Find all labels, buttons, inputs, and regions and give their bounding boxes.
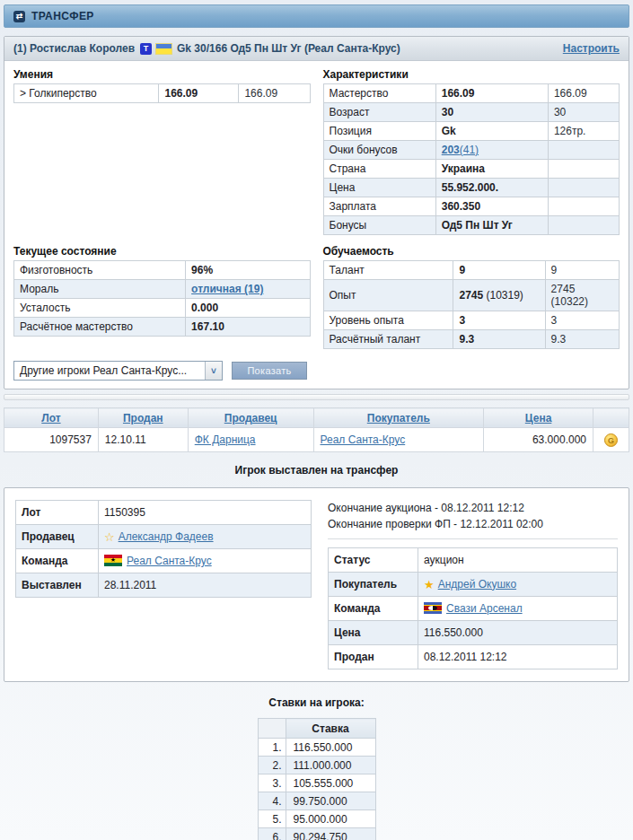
characteristic-label: Очки бонусов xyxy=(323,141,435,160)
players-select[interactable]: Другие игроки Реал Санта-Крус... ˅ xyxy=(13,361,223,381)
bids-value-header: Ставка xyxy=(286,719,375,739)
characteristic-extra xyxy=(548,216,619,235)
swaziland-flag-icon xyxy=(424,602,442,614)
show-button[interactable]: Показать xyxy=(232,362,307,380)
bid-row: 3. 105.555.000 xyxy=(258,774,375,792)
ghana-flag-icon: ★ xyxy=(104,555,122,566)
app-title: ТРАНСФЕР xyxy=(31,10,94,22)
col-header-coin xyxy=(593,408,629,428)
trainability-value: 3 xyxy=(453,311,545,330)
team-label: Команда xyxy=(16,549,99,573)
transfer-listed-heading: Игрок выставлен на трансфер xyxy=(4,464,629,477)
current-state-title: Текущее состояние xyxy=(13,245,311,258)
characteristic-label: Цена xyxy=(323,179,435,197)
state-label: Физготовность xyxy=(14,261,186,280)
chevron-down-icon[interactable]: ˅ xyxy=(205,362,222,380)
col-header-sold[interactable]: Продан xyxy=(123,412,163,424)
history-sold-date: 12.10.11 xyxy=(98,428,188,452)
characteristic-row: Зарплата 360.350 xyxy=(323,197,620,216)
characteristic-extra: 126тр. xyxy=(548,122,619,141)
value-rest: (10319) xyxy=(483,289,523,302)
characteristic-label: Страна xyxy=(323,160,435,179)
state-value: отличная (19) xyxy=(186,280,310,299)
configure-link[interactable]: Настроить xyxy=(563,42,620,55)
history-seller-link[interactable]: ФК Дарница xyxy=(195,433,256,446)
value-bold: 360.350 xyxy=(442,200,480,213)
buyer-link[interactable]: Андрей Окушко xyxy=(438,578,516,591)
skill-value-alt: 166.09 xyxy=(239,84,310,103)
coin-icon: G xyxy=(604,433,618,447)
characteristic-label: Мастерство xyxy=(323,84,435,103)
sold-label: Продан xyxy=(329,645,418,669)
bid-rank: 4. xyxy=(258,792,286,810)
bid-row: 2. 111.000.000 xyxy=(258,757,375,774)
player-card-header: (1) Ростислав Королев T Gk 30/166 Од5 Пн… xyxy=(4,37,629,61)
value-bold: Украина xyxy=(442,162,485,175)
characteristic-row: Страна Украина xyxy=(323,160,620,179)
history-price: 63.000.000 xyxy=(484,428,593,452)
characteristic-value: 360.350 xyxy=(435,197,548,216)
bid-rank: 6. xyxy=(258,828,286,840)
characteristic-label: Зарплата xyxy=(323,197,435,216)
divider-line xyxy=(328,538,618,539)
bonus-points-link[interactable]: 203(41) xyxy=(442,144,479,156)
divider-bar xyxy=(4,394,629,400)
bids-header-row: Ставка xyxy=(258,719,375,739)
col-header-price[interactable]: Цена xyxy=(525,412,552,424)
characteristic-extra: 166.09 xyxy=(548,84,619,103)
buyer-label: Покупатель xyxy=(329,573,418,597)
morale-link[interactable]: отличная (19) xyxy=(191,283,263,295)
listed-date: 28.11.2011 xyxy=(99,573,312,598)
characteristic-value: 55.952.000. xyxy=(435,179,548,197)
characteristic-extra xyxy=(548,179,619,197)
col-header-seller[interactable]: Продавец xyxy=(224,412,277,424)
lot-history-table: Лот Продан Продавец Покупатель Цена 1097… xyxy=(4,407,629,452)
lot-history-header-row: Лот Продан Продавец Покупатель Цена xyxy=(4,408,629,428)
status-row: Продан 08.12.2011 12:12 xyxy=(329,645,618,669)
characteristic-extra xyxy=(548,197,619,216)
seller-team-link[interactable]: Реал Санта-Крус xyxy=(127,555,212,567)
characteristic-row: Цена 55.952.000. xyxy=(323,179,620,197)
bid-value: 90.294.750 xyxy=(286,828,375,840)
lot-info-row: Лот 1150395 xyxy=(16,501,312,525)
col-header-buyer[interactable]: Покупатель xyxy=(367,412,430,424)
value-bold: Од5 Пн Шт Уг xyxy=(442,219,513,232)
history-buyer-link[interactable]: Реал Санта-Крус xyxy=(321,433,406,446)
col-header-lot[interactable]: Лот xyxy=(41,412,60,424)
bid-value: 95.000.000 xyxy=(286,810,375,828)
trainability-value: 2745 (10319) xyxy=(453,280,545,311)
lot-history-row: 1097537 12.10.11 ФК Дарница Реал Санта-К… xyxy=(4,428,629,452)
characteristic-row: Бонусы Од5 Пн Шт Уг xyxy=(323,216,620,235)
characteristic-value: Од5 Пн Шт Уг xyxy=(435,216,548,235)
bid-value: 111.000.000 xyxy=(286,757,375,774)
status-row: Покупатель ★Андрей Окушко xyxy=(329,573,618,597)
bids-table: Ставка 1. 116.550.000 2. 111.000.000 3. … xyxy=(258,718,376,840)
state-value: 167.10 xyxy=(186,318,310,337)
star-filled-icon: ★ xyxy=(424,578,435,591)
player-card: (1) Ростислав Королев T Gk 30/166 Од5 Пн… xyxy=(4,36,629,389)
price-label: Цена xyxy=(329,621,418,645)
skills-title: Умения xyxy=(13,68,311,81)
characteristics-table: Мастерство 166.09 166.09 Возраст 30 30 П… xyxy=(323,83,620,235)
value-bold: 30 xyxy=(442,106,453,118)
state-row: Физготовность 96% xyxy=(14,261,311,280)
page: ⇄ ТРАНСФЕР (1) Ростислав Королев T Gk 30… xyxy=(4,4,629,840)
characteristic-label: Позиция xyxy=(323,122,435,141)
skill-value-current: 166.09 xyxy=(159,84,239,103)
characteristic-value: 203(41) xyxy=(435,141,548,160)
characteristic-extra xyxy=(548,160,619,179)
lot-info-row: Продавец ☆Александр Фадеев xyxy=(16,525,312,549)
buyer-team-link[interactable]: Свази Арсенал xyxy=(446,602,523,615)
characteristic-value: Украина xyxy=(435,160,548,179)
seller-link[interactable]: Александр Фадеев xyxy=(119,530,214,543)
bid-value: 116.550.000 xyxy=(286,739,375,757)
characteristic-value: 166.09 xyxy=(435,84,548,103)
trainability-extra: 9.3 xyxy=(545,330,619,349)
trainability-label: Талант xyxy=(323,261,453,280)
transfer-lot-info: Лот 1150395 Продавец ☆Александр Фадеев К… xyxy=(15,500,312,669)
auction-end-note: Окончание аукциона - 08.12.2011 12:12 xyxy=(328,500,618,516)
trainability-extra: 3 xyxy=(545,311,619,330)
fp-check-note: Окончание проверки ФП - 12.12.2011 02:00 xyxy=(328,516,618,532)
trainability-title: Обучаемость xyxy=(323,245,620,258)
bid-row: 6. 90.294.750 xyxy=(258,828,375,840)
